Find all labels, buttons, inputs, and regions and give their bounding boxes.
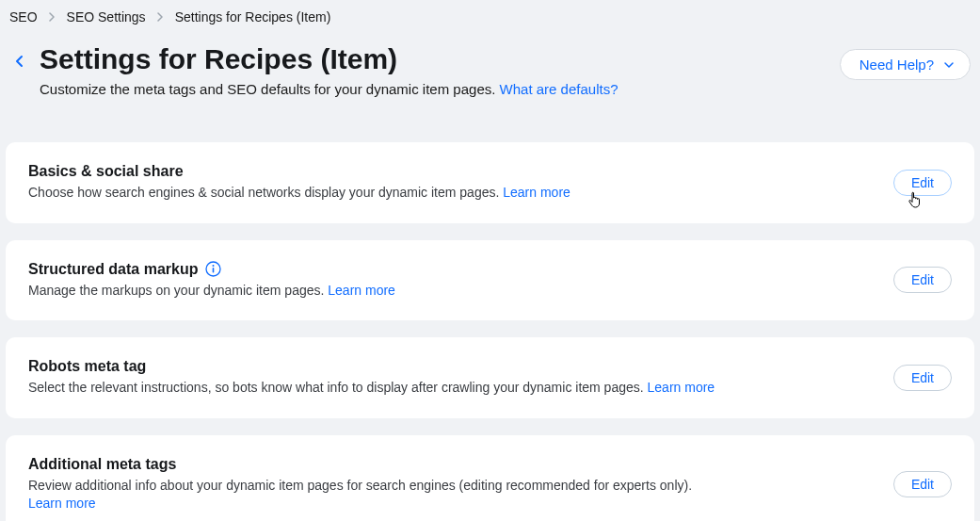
- card-title: Structured data markup: [28, 261, 198, 278]
- card-content: Structured data markupManage the markups…: [28, 261, 893, 301]
- edit-button[interactable]: Edit: [893, 267, 952, 293]
- card-title-row: Additional meta tags: [28, 456, 893, 473]
- settings-card: Robots meta tagSelect the relevant instr…: [6, 337, 974, 418]
- svg-rect-2: [213, 268, 215, 273]
- page-header: Settings for Recipes (Item) Customize th…: [0, 43, 980, 99]
- edit-button[interactable]: Edit: [893, 170, 952, 196]
- chevron-right-icon: [49, 12, 56, 22]
- card-content: Robots meta tagSelect the relevant instr…: [28, 358, 893, 398]
- card-description: Choose how search engines & social netwo…: [28, 184, 893, 203]
- learn-more-link[interactable]: Learn more: [648, 380, 715, 395]
- need-help-button[interactable]: Need Help?: [840, 49, 971, 80]
- svg-point-1: [213, 265, 215, 267]
- card-title-row: Basics & social share: [28, 163, 893, 180]
- cursor-pointer-icon: [908, 191, 923, 208]
- need-help-label: Need Help?: [860, 57, 934, 73]
- back-button[interactable]: [9, 51, 30, 72]
- edit-button-label: Edit: [911, 272, 934, 287]
- breadcrumb-item-seo-settings[interactable]: SEO Settings: [67, 9, 146, 24]
- edit-button-label: Edit: [911, 370, 934, 385]
- breadcrumb-item-seo[interactable]: SEO: [9, 9, 38, 24]
- learn-more-link[interactable]: Learn more: [503, 185, 570, 200]
- card-title: Additional meta tags: [28, 456, 176, 473]
- card-description: Select the relevant instructions, so bot…: [28, 379, 893, 398]
- card-description-text: Manage the markups on your dynamic item …: [28, 283, 328, 298]
- learn-more-link[interactable]: Learn more: [28, 496, 96, 511]
- settings-card: Basics & social shareChoose how search e…: [6, 142, 974, 223]
- card-content: Basics & social shareChoose how search e…: [28, 163, 893, 203]
- subtitle-text: Customize the meta tags and SEO defaults…: [40, 81, 500, 97]
- page-subtitle: Customize the meta tags and SEO defaults…: [40, 79, 840, 99]
- edit-button[interactable]: Edit: [893, 471, 952, 497]
- edit-button-label: Edit: [911, 175, 934, 190]
- edit-button[interactable]: Edit: [893, 365, 952, 391]
- card-title: Robots meta tag: [28, 358, 146, 375]
- info-icon[interactable]: [205, 261, 221, 277]
- card-title-row: Structured data markup: [28, 261, 893, 278]
- edit-button-label: Edit: [911, 477, 934, 492]
- breadcrumb-item-current: Settings for Recipes (Item): [175, 9, 331, 24]
- page-title: Settings for Recipes (Item): [40, 43, 840, 75]
- settings-cards: Basics & social shareChoose how search e…: [0, 142, 980, 521]
- card-description-text: Review additional info about your dynami…: [28, 478, 692, 493]
- settings-card: Additional meta tagsReview additional in…: [6, 435, 974, 521]
- chevron-right-icon: [157, 12, 164, 22]
- card-content: Additional meta tagsReview additional in…: [28, 456, 893, 513]
- chevron-down-icon: [943, 61, 955, 69]
- what-are-defaults-link[interactable]: What are defaults?: [500, 81, 619, 97]
- breadcrumb: SEO SEO Settings Settings for Recipes (I…: [0, 0, 980, 36]
- card-title-row: Robots meta tag: [28, 358, 893, 375]
- card-description-text: Select the relevant instructions, so bot…: [28, 380, 648, 395]
- card-title: Basics & social share: [28, 163, 184, 180]
- settings-card: Structured data markupManage the markups…: [6, 240, 974, 321]
- card-description: Review additional info about your dynami…: [28, 477, 893, 513]
- card-description: Manage the markups on your dynamic item …: [28, 282, 893, 301]
- card-description-text: Choose how search engines & social netwo…: [28, 185, 503, 200]
- learn-more-link[interactable]: Learn more: [328, 283, 395, 298]
